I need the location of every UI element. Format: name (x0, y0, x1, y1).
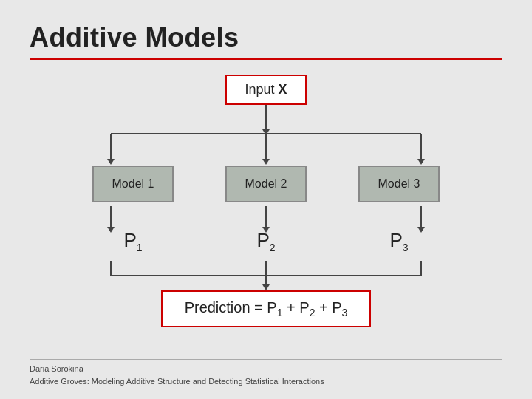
model-1-label: Model 1 (112, 177, 154, 190)
model-2-label: Model 2 (245, 177, 287, 190)
input-label: Input (245, 82, 274, 97)
input-var: X (279, 82, 287, 97)
model-2-col: Model 2 (222, 166, 310, 202)
prediction-word: Prediction = P (185, 299, 277, 316)
svg-marker-20 (262, 284, 270, 290)
model-3-col: Model 3 (355, 166, 443, 202)
prediction-box-wrapper: Prediction = P1 + P2 + P3 (161, 290, 372, 327)
prediction-text: Prediction = P1 + P2 + P3 (185, 299, 348, 316)
svg-marker-4 (107, 159, 115, 165)
input-box-wrapper: Input X (225, 75, 306, 105)
diagram-container: Input X Model 1 Model 2 Model 3 (30, 75, 502, 327)
model-3-box: Model 3 (358, 166, 440, 202)
p1-sub: 1 (137, 242, 143, 253)
p3-sub: 3 (403, 242, 409, 253)
prediction-box: Prediction = P1 + P2 + P3 (161, 290, 372, 327)
pred-plus1: + P (283, 299, 310, 316)
input-box: Input X (225, 75, 306, 105)
slide: Additive Models (0, 0, 532, 399)
model-3-label: Model 3 (378, 177, 420, 190)
pred-sub1: 1 (277, 307, 283, 318)
p2-label: P2 (256, 229, 275, 253)
svg-marker-8 (417, 159, 425, 165)
footer-line1: Daria Sorokina (30, 363, 502, 375)
pred-sub3: 3 (342, 307, 348, 318)
pred-plus2: + P (315, 299, 341, 316)
p1-label: P1 (123, 229, 142, 253)
model-2-box: Model 2 (225, 166, 307, 202)
p3-label: P3 (389, 229, 408, 253)
model-1-col: Model 1 (89, 166, 177, 202)
svg-marker-6 (262, 159, 270, 165)
svg-marker-1 (262, 129, 270, 135)
title-area: Additive Models (30, 22, 502, 60)
footer-line2: Additive Groves: Modeling Additive Struc… (30, 375, 502, 388)
p3-wrapper: P3 (355, 226, 443, 253)
models-row: Model 1 Model 2 Model 3 (89, 166, 443, 202)
p-labels-row: P1 P2 P3 (89, 226, 443, 253)
p2-sub: 2 (270, 242, 276, 253)
p2-wrapper: P2 (222, 226, 310, 253)
title-underline (30, 58, 502, 60)
p1-wrapper: P1 (89, 226, 177, 253)
slide-title: Additive Models (30, 22, 502, 53)
footer: Daria Sorokina Additive Groves: Modeling… (30, 359, 502, 387)
model-1-box: Model 1 (92, 166, 174, 202)
